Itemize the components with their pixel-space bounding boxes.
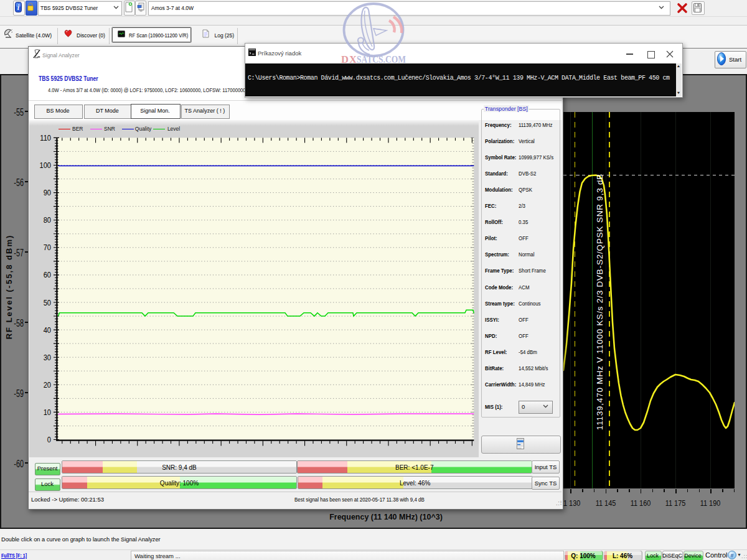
svg-text:#: #: [730, 553, 733, 559]
svg-text:SATCS.COM: SATCS.COM: [357, 54, 406, 65]
svg-text:DX: DX: [341, 54, 357, 65]
